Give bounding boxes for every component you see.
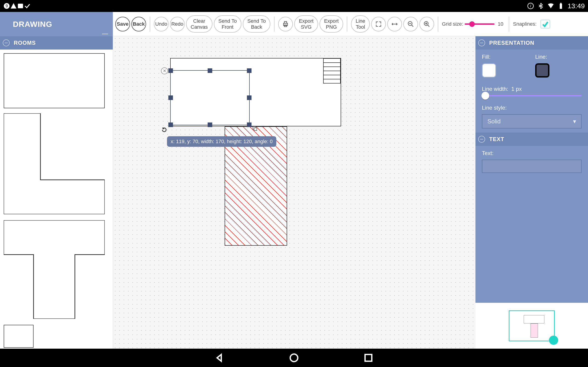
android-statusbar: 9 i 13:49 (0, 0, 588, 12)
linewidth-value: 1 px (511, 86, 522, 92)
resize-handle-n[interactable] (208, 68, 212, 73)
line-tool-button[interactable]: Line Tool (351, 15, 370, 33)
back-button[interactable]: Back (131, 17, 146, 31)
zoom-out-icon (407, 21, 414, 27)
stencil-rectangle[interactable] (4, 53, 105, 108)
notification-icon: 9 (3, 2, 10, 9)
print-button[interactable] (278, 17, 293, 31)
rooms-section-header[interactable]: ROOMS (0, 36, 113, 50)
image-icon (17, 2, 24, 9)
snaplines-label: Snaplines: (513, 21, 536, 27)
minimap-viewport[interactable] (509, 310, 555, 341)
chevron-down-icon: ▾ (573, 118, 576, 125)
resize-handle-e[interactable] (247, 95, 251, 100)
grid-size-value: 10 (498, 21, 503, 27)
text-label: Text: (482, 150, 493, 156)
stencil-l-shape[interactable] (4, 113, 105, 214)
shape-stairs[interactable] (323, 58, 341, 83)
collapse-icon (478, 40, 485, 46)
zoom-in-icon (423, 21, 430, 27)
svg-rect-2 (18, 4, 23, 8)
android-navbar (0, 349, 588, 367)
fill-label: Fill: (482, 54, 490, 60)
svg-rect-5 (560, 4, 562, 9)
rotate-icon (161, 127, 167, 133)
zoom-in-button[interactable] (419, 17, 434, 31)
export-png-button[interactable]: Export PNG (320, 15, 343, 33)
selection-info-tooltip: x: 119, y: 70, width: 170, height: 120, … (167, 136, 276, 147)
bluetooth-icon (537, 2, 544, 9)
grid-size-slider[interactable] (465, 23, 494, 25)
app-title: DRAWING _ (0, 12, 113, 36)
linestyle-select[interactable]: Solid ▾ (482, 114, 582, 128)
svg-rect-6 (560, 3, 561, 4)
collapse-icon (3, 40, 10, 46)
send-to-front-button[interactable]: Send To Front (214, 15, 242, 33)
minimap-resize-handle[interactable] (549, 336, 558, 345)
fill-color-swatch[interactable] (482, 63, 496, 77)
svg-rect-13 (254, 128, 257, 131)
battery-charging-icon (557, 2, 564, 9)
send-to-back-button[interactable]: Send To Back (243, 15, 270, 33)
resize-handle-sw[interactable] (168, 123, 173, 127)
checkmark-icon (542, 20, 549, 28)
stretch-icon (391, 21, 398, 27)
line-color-swatch[interactable] (535, 63, 549, 77)
right-inspector: PRESENTATION Fill: Line: Line width: 1 p… (476, 36, 588, 349)
svg-text:9: 9 (6, 4, 8, 8)
resize-handle-w[interactable] (168, 95, 173, 100)
save-button[interactable]: Save (115, 17, 130, 31)
linewidth-label: Line width: (482, 86, 508, 92)
selection-outline[interactable] (170, 70, 250, 125)
svg-text:i: i (530, 4, 531, 8)
text-section-header[interactable]: TEXT (476, 133, 588, 146)
zoom-out-button[interactable] (403, 17, 418, 31)
rooms-stencil-list[interactable] (0, 50, 109, 349)
resize-handle-s[interactable] (208, 123, 212, 127)
text-input[interactable] (482, 160, 582, 173)
minimap[interactable] (476, 303, 588, 349)
svg-point-14 (290, 354, 298, 362)
clear-canvas-button[interactable]: Clear Canvas (186, 15, 212, 33)
linestyle-label: Line style: (482, 105, 507, 111)
grid-size-label: Grid size: (442, 21, 463, 27)
resize-handle-nw[interactable] (168, 68, 173, 73)
selection-delete-button[interactable]: ✕ (161, 67, 168, 74)
check-icon (24, 2, 31, 9)
resize-handle-ne[interactable] (247, 68, 251, 73)
nav-back-icon[interactable] (215, 353, 225, 363)
nav-recent-icon[interactable] (363, 353, 373, 363)
presentation-section-header[interactable]: PRESENTATION (476, 36, 588, 50)
clock: 13:49 (568, 2, 585, 10)
redo-button[interactable]: Redo (170, 17, 185, 31)
collapse-left-button[interactable]: _ (102, 23, 108, 35)
export-svg-button[interactable]: Export SVG (294, 15, 318, 33)
fit-icon (375, 21, 382, 27)
selection-clone-button[interactable] (252, 126, 258, 131)
snaplines-checkbox[interactable] (540, 19, 550, 29)
printer-icon (282, 21, 289, 27)
info-icon: i (527, 2, 534, 9)
resize-handle-se[interactable] (247, 123, 251, 127)
selection-rotate-button[interactable] (161, 127, 168, 133)
line-label: Line: (535, 54, 547, 60)
stretch-button[interactable] (387, 17, 402, 31)
collapse-icon (478, 136, 485, 143)
svg-rect-8 (284, 21, 287, 23)
stencil-t-shape[interactable] (4, 220, 105, 319)
wifi-icon (547, 2, 554, 9)
undo-button[interactable]: Undo (154, 17, 169, 31)
svg-rect-15 (365, 354, 372, 361)
clone-icon (252, 126, 258, 131)
nav-home-icon[interactable] (289, 353, 299, 363)
warning-icon (10, 2, 17, 9)
drawing-canvas[interactable]: ✕ x: 119, y: 70, width: 170, height: 120… (113, 36, 476, 349)
linewidth-slider[interactable] (482, 95, 582, 96)
left-sidebar: DRAWING _ ROOMS (0, 12, 113, 349)
stencil-square[interactable] (4, 325, 34, 348)
fit-button[interactable] (371, 17, 386, 31)
